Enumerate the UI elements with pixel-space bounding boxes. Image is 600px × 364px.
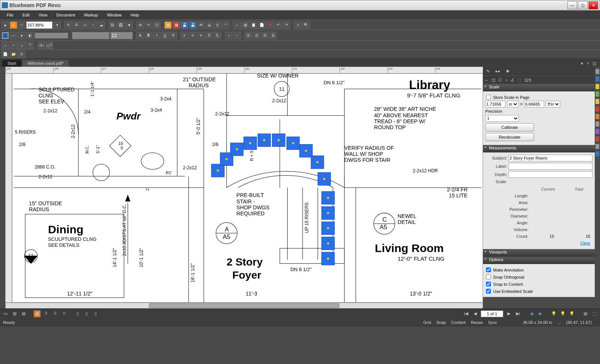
save-doc[interactable]: 💾: [181, 21, 188, 29]
print-doc[interactable]: 🖨: [206, 21, 213, 29]
scale-b-input[interactable]: [524, 101, 544, 107]
menu-view[interactable]: View: [34, 11, 52, 19]
opacity-slider[interactable]: [34, 33, 68, 39]
clear-link[interactable]: Clear: [580, 241, 590, 245]
view-page3[interactable]: ▯: [92, 310, 99, 317]
snip-tool[interactable]: ◫: [153, 21, 160, 29]
opt-snap-content[interactable]: [486, 282, 491, 286]
dim-tool[interactable]: ↔: [233, 21, 241, 29]
search-icon[interactable]: 🔍: [302, 21, 310, 29]
page-input[interactable]: [481, 310, 503, 317]
strikeout[interactable]: T̶: [170, 32, 177, 39]
rstrip-1[interactable]: [596, 69, 599, 74]
panel-tab-tool[interactable]: ✎: [484, 68, 491, 75]
al2[interactable]: ⫟: [10, 42, 17, 49]
rstrip-9[interactable]: [596, 129, 599, 134]
flip-v[interactable]: △▽: [46, 42, 53, 49]
rstrip-2[interactable]: [596, 76, 599, 82]
maximize-button[interactable]: ◻: [578, 1, 588, 9]
font-size[interactable]: [110, 32, 133, 39]
new-doc[interactable]: ▦: [164, 21, 172, 29]
length-tool[interactable]: ↔: [484, 78, 489, 82]
paste-icon[interactable]: 📄: [258, 21, 266, 29]
scan-doc[interactable]: ⎙: [214, 21, 221, 29]
arrow-right[interactable]: →: [233, 32, 241, 39]
split-v[interactable]: ▤: [20, 310, 27, 317]
opacity[interactable]: ◐: [26, 32, 34, 39]
scale-a-input[interactable]: [485, 101, 506, 107]
menu-edit[interactable]: Edit: [18, 11, 34, 19]
section-scale[interactable]: Scale: [483, 84, 595, 91]
last-page[interactable]: ▶|: [514, 310, 521, 317]
split-none[interactable]: ▭: [2, 310, 9, 317]
tab-dropdown[interactable]: ▾: [579, 60, 585, 67]
email-doc[interactable]: ✉: [197, 21, 205, 29]
store-scale-check[interactable]: [486, 95, 491, 100]
menu-document[interactable]: Document: [52, 11, 80, 19]
split-h[interactable]: ▥: [11, 310, 18, 317]
cloud-tool[interactable]: ☁: [98, 21, 105, 29]
canvas-scroll[interactable]: [5, 303, 483, 309]
select-tool[interactable]: □: [18, 21, 26, 29]
doc-open[interactable]: ↻: [18, 51, 26, 58]
tab-start[interactable]: Start: [2, 60, 21, 67]
flatten[interactable]: ▤: [242, 21, 249, 29]
count-tool[interactable]: 123: [524, 78, 531, 82]
section-options[interactable]: Options: [483, 257, 595, 264]
fullscreen[interactable]: ⛶: [591, 310, 598, 317]
view-cont[interactable]: ⠿: [43, 310, 50, 317]
bulb3[interactable]: 💡: [568, 310, 575, 317]
label-input[interactable]: [508, 163, 592, 170]
image-tool[interactable]: 🖼: [117, 21, 124, 29]
perim-tool[interactable]: ○: [505, 78, 508, 82]
crop-tool[interactable]: ⧉: [136, 21, 144, 29]
undo-icon[interactable]: ↶: [274, 21, 282, 29]
fill-color[interactable]: ●: [18, 32, 26, 39]
line-style[interactable]: —: [10, 32, 17, 39]
list1[interactable]: ☰: [244, 32, 252, 39]
count-markers[interactable]: [212, 134, 334, 265]
opt-embedded-scale[interactable]: [486, 289, 491, 294]
cut-tool[interactable]: ✂: [145, 21, 152, 29]
list2[interactable]: ☰: [253, 32, 260, 39]
font-select[interactable]: [72, 32, 110, 39]
view-page2[interactable]: ▯: [83, 310, 90, 317]
prev-page[interactable]: ◀: [472, 310, 478, 317]
view-side[interactable]: ⠿: [52, 310, 58, 317]
open-doc[interactable]: ▦: [172, 21, 180, 29]
stamp-tool[interactable]: ★: [125, 21, 133, 29]
rstrip-7[interactable]: [596, 114, 599, 119]
delete-icon[interactable]: ✖: [266, 21, 274, 29]
document-canvas[interactable]: Library 9'-7 5/8" FLAT CLNG Living Room …: [12, 73, 483, 303]
panel-tab-more[interactable]: ●●: [494, 68, 501, 75]
rstrip-8[interactable]: [596, 121, 599, 127]
rstrip-4[interactable]: [596, 91, 599, 97]
spellcheck[interactable]: ᴬᴮᶜ: [222, 21, 230, 29]
italic[interactable]: I: [153, 32, 160, 39]
pointer-tool[interactable]: ▲: [2, 21, 9, 29]
minimize-button[interactable]: —: [567, 1, 577, 9]
pen-tool[interactable]: ✎: [64, 21, 72, 29]
menu-more[interactable]: ▤: [582, 310, 589, 317]
align-left[interactable]: ≡: [181, 32, 188, 39]
rstrip-5[interactable]: [596, 99, 599, 104]
sub[interactable]: S,: [214, 32, 221, 39]
zoom-input[interactable]: [26, 21, 52, 29]
menu-help[interactable]: Help: [126, 11, 144, 19]
scale-a-unit[interactable]: in: [507, 101, 519, 107]
zoom-dropdown[interactable]: ▾: [53, 21, 61, 29]
align-right[interactable]: ≡: [197, 32, 205, 39]
fwd-nav[interactable]: ▶: [537, 310, 544, 317]
first-page[interactable]: |◀: [463, 310, 470, 317]
angle-tool[interactable]: ∠: [511, 78, 514, 82]
arrow-both[interactable]: ↔: [225, 32, 232, 39]
list3[interactable]: ☰: [261, 32, 268, 39]
tab-document[interactable]: Wilhome-count.pdf*: [22, 60, 69, 67]
rstrip-11[interactable]: [596, 144, 599, 149]
tab-detach[interactable]: ◫: [591, 60, 598, 67]
copy-icon[interactable]: 📋: [250, 21, 257, 29]
status-content[interactable]: Content: [451, 320, 466, 325]
area-tool[interactable]: ◫: [492, 78, 495, 82]
menu-file[interactable]: File: [2, 11, 18, 19]
section-measurements[interactable]: Measurements: [483, 145, 595, 152]
